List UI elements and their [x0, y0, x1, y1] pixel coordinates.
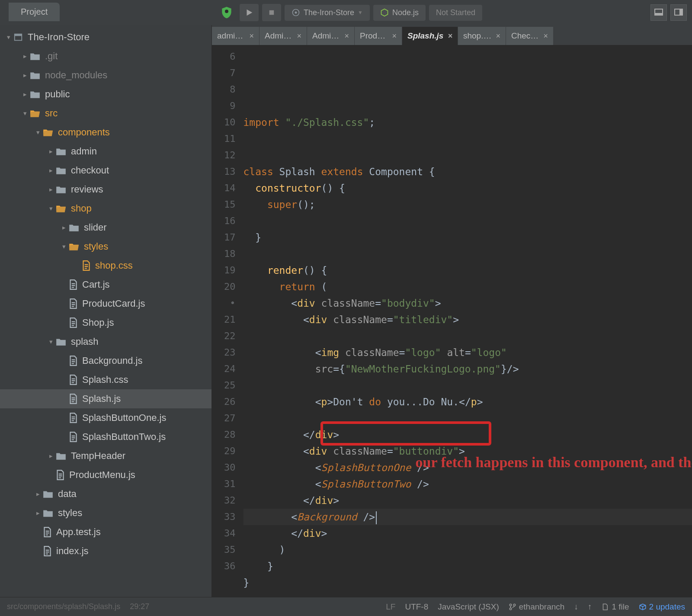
- close-icon[interactable]: ×: [297, 32, 301, 41]
- code-line[interactable]: <div className="bodydiv">: [243, 295, 692, 311]
- close-icon[interactable]: ×: [249, 32, 254, 41]
- chevron-icon: ▸: [47, 148, 55, 155]
- shield-icon[interactable]: [217, 4, 236, 21]
- runtime-selector[interactable]: Node.js: [373, 5, 426, 21]
- code-line[interactable]: render() {: [243, 262, 692, 279]
- code-line[interactable]: [243, 377, 692, 394]
- project-tab[interactable]: Project: [9, 3, 60, 21]
- code-line[interactable]: constructor() {: [243, 180, 692, 196]
- line-number: 16: [224, 213, 236, 229]
- line-number: 13: [224, 164, 236, 180]
- line-number: 23: [224, 344, 236, 361]
- tree-item-src[interactable]: ▾src: [0, 104, 211, 123]
- code-line[interactable]: }: [243, 558, 692, 574]
- code-line[interactable]: </div>: [243, 492, 692, 509]
- code-line[interactable]: <img className="logo" alt="logo": [243, 344, 692, 361]
- close-icon[interactable]: ×: [448, 32, 452, 41]
- tree-item-label: Cart.js: [82, 279, 110, 290]
- code-line[interactable]: </div>: [243, 427, 692, 443]
- code-line[interactable]: <div className="titlediv">: [243, 311, 692, 328]
- code-body[interactable]: our fetch happens in this component, and…: [243, 45, 692, 597]
- tree-item-node-modules[interactable]: ▸node_modules: [0, 66, 211, 85]
- code-line[interactable]: [243, 246, 692, 262]
- tree-item-checkout[interactable]: ▸checkout: [0, 161, 211, 180]
- panel-toggle-left[interactable]: [650, 4, 667, 21]
- tree-item-styles[interactable]: ▸styles: [0, 504, 211, 523]
- tree-item-shop-css[interactable]: shop.css: [0, 256, 211, 275]
- tree-item-splashbuttonone-js[interactable]: SplashButtonOne.js: [0, 408, 211, 427]
- tree-item-productmenu-js[interactable]: ProductMenu.js: [0, 465, 211, 484]
- upload-icon[interactable]: ↑: [588, 602, 592, 612]
- code-line[interactable]: super();: [243, 196, 692, 213]
- tree-item-app-test-js[interactable]: App.test.js: [0, 523, 211, 542]
- tree-item-reviews[interactable]: ▸reviews: [0, 180, 211, 199]
- line-number: •: [224, 295, 236, 311]
- editor-tab[interactable]: shop.…×: [458, 27, 506, 45]
- status-encoding[interactable]: UTF-8: [405, 602, 428, 612]
- tree-item-background-js[interactable]: Background.js: [0, 351, 211, 370]
- code-line[interactable]: [243, 131, 692, 147]
- status-language[interactable]: JavaScript (JSX): [438, 602, 499, 612]
- editor-tab[interactable]: Splash.js×: [402, 27, 458, 45]
- tree-item-styles[interactable]: ▾styles: [0, 237, 211, 256]
- code-line[interactable]: [243, 591, 692, 597]
- editor-tab[interactable]: Admi…×: [260, 27, 307, 45]
- close-icon[interactable]: ×: [543, 32, 548, 41]
- code-line[interactable]: [243, 410, 692, 427]
- tree-item-splash-js[interactable]: Splash.js: [0, 389, 211, 408]
- close-icon[interactable]: ×: [496, 32, 500, 41]
- code-line[interactable]: <SplashButtonOne />: [243, 459, 692, 476]
- tree-item-splash[interactable]: ▾splash: [0, 332, 211, 351]
- code-line[interactable]: class Splash extends Component {: [243, 164, 692, 180]
- tree-item-cart-js[interactable]: Cart.js: [0, 275, 211, 294]
- play-button[interactable]: [240, 4, 259, 21]
- tree-item-label: index.js: [56, 545, 89, 557]
- editor-tab[interactable]: Admi…×: [307, 27, 355, 45]
- run-config-selector[interactable]: The-Iron-Store ▼: [285, 5, 370, 21]
- code-line[interactable]: }: [243, 574, 692, 591]
- tree-item-tempheader[interactable]: ▸TempHeader: [0, 446, 211, 465]
- close-icon[interactable]: ×: [392, 32, 397, 41]
- tree-item-label: ProductCard.js: [82, 298, 145, 309]
- code-line[interactable]: [243, 213, 692, 229]
- status-branch[interactable]: ethanbranch: [509, 602, 565, 612]
- code-line[interactable]: <SplashButtonTwo />: [243, 476, 692, 492]
- code-line[interactable]: import "./Splash.css";: [243, 114, 692, 131]
- svg-point-0: [225, 10, 228, 13]
- download-icon[interactable]: ↓: [574, 602, 578, 612]
- tree-item-data[interactable]: ▸data: [0, 484, 211, 504]
- status-updates[interactable]: 2 updates: [639, 602, 685, 612]
- tree-item-public[interactable]: ▸public: [0, 85, 211, 104]
- project-tree[interactable]: ▾ The-Iron-Store ▸.git▸node_modules▸publ…: [0, 25, 212, 597]
- panel-toggle-right[interactable]: [670, 4, 687, 21]
- close-icon[interactable]: ×: [344, 32, 349, 41]
- editor-tab[interactable]: admi…×: [212, 27, 260, 45]
- code-line[interactable]: [243, 147, 692, 164]
- code-line[interactable]: }: [243, 229, 692, 246]
- tree-item-splash-css[interactable]: Splash.css: [0, 370, 211, 389]
- code-line[interactable]: ): [243, 542, 692, 558]
- tree-item-splashbuttontwo-js[interactable]: SplashButtonTwo.js: [0, 427, 211, 446]
- tree-item-productcard-js[interactable]: ProductCard.js: [0, 294, 211, 313]
- tree-item-index-js[interactable]: index.js: [0, 542, 211, 561]
- editor-tab[interactable]: Prod…×: [355, 27, 402, 45]
- code-line[interactable]: <p>Don't do you...Do Nu.</p>: [243, 394, 692, 410]
- tree-item--git[interactable]: ▸.git: [0, 47, 211, 66]
- code-line[interactable]: </div>: [243, 525, 692, 542]
- code-editor[interactable]: 67891011121314151617181920•2122232425262…: [212, 45, 692, 597]
- code-line[interactable]: [243, 328, 692, 344]
- stop-button[interactable]: [262, 4, 281, 21]
- tree-item-shop[interactable]: ▾shop: [0, 199, 211, 218]
- tree-item-shop-js[interactable]: Shop.js: [0, 313, 211, 332]
- tree-root[interactable]: ▾ The-Iron-Store: [0, 28, 211, 47]
- status-files[interactable]: 1 file: [601, 602, 629, 612]
- status-line-ending[interactable]: LF: [386, 602, 395, 612]
- code-line[interactable]: <Background />: [243, 509, 692, 525]
- tree-item-admin[interactable]: ▸admin: [0, 142, 211, 161]
- code-line[interactable]: <div className="buttondiv">: [243, 443, 692, 459]
- code-line[interactable]: src={"NewMotherFuckingLogo.png"}/>: [243, 361, 692, 377]
- code-line[interactable]: return (: [243, 279, 692, 295]
- tree-item-slider[interactable]: ▸slider: [0, 218, 211, 237]
- editor-tab[interactable]: Chec…×: [506, 27, 554, 45]
- tree-item-components[interactable]: ▾components: [0, 123, 211, 142]
